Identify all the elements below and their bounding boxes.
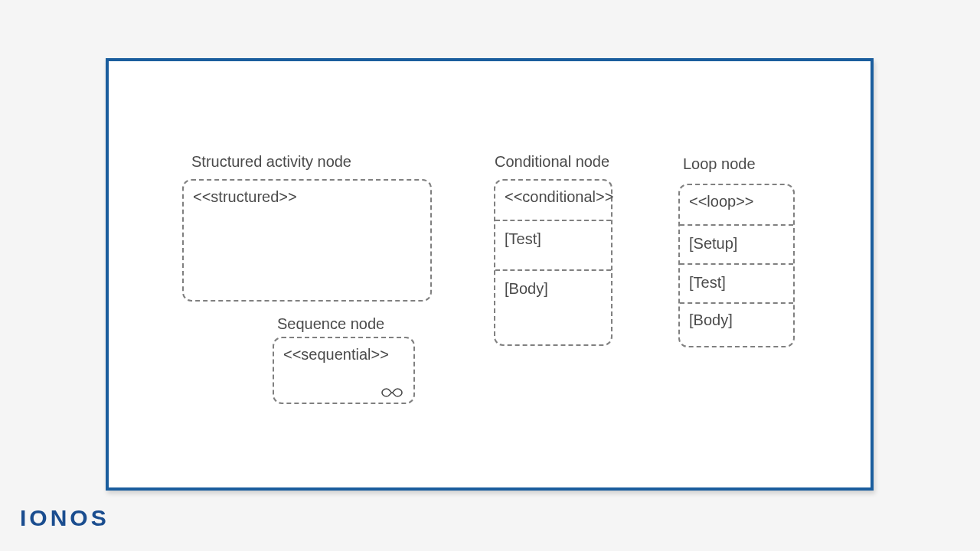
structured-node: <<structured>> — [182, 179, 432, 302]
conditional-compartment-test: [Test] — [495, 220, 611, 269]
conditional-node: <<conditional>> [Test] [Body] — [494, 179, 612, 346]
loop-compartment-setup: [Setup] — [680, 224, 793, 263]
conditional-title: Conditional node — [495, 153, 609, 171]
sequence-node: <<sequential>> — [273, 337, 415, 404]
loop-compartment-test: [Test] — [680, 263, 793, 302]
conditional-compartment-body: [Body] — [495, 269, 611, 325]
loop-node: <<loop>> [Setup] [Test] [Body] — [678, 184, 795, 347]
sequence-title: Sequence node — [277, 315, 384, 333]
conditional-stereotype: <<conditional>> — [495, 181, 611, 220]
infinity-icon — [381, 387, 403, 398]
structured-title: Structured activity node — [191, 153, 351, 171]
loop-stereotype: <<loop>> — [680, 185, 793, 224]
diagram-frame: Structured activity node <<structured>> … — [106, 58, 874, 491]
loop-compartment-body: [Body] — [680, 302, 793, 340]
sequence-stereotype: <<sequential>> — [274, 338, 413, 367]
loop-title: Loop node — [683, 155, 756, 173]
brand-logo: IONOS — [20, 505, 109, 531]
structured-stereotype: <<structured>> — [184, 181, 430, 209]
